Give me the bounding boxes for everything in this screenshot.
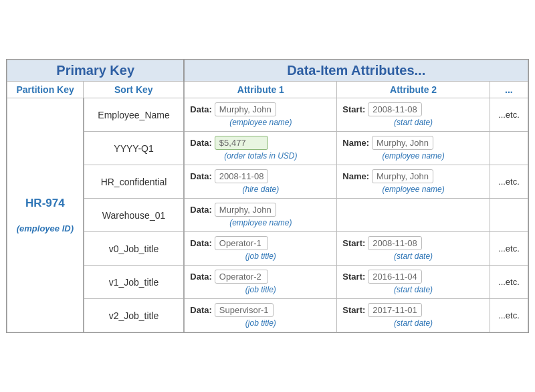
subheader-sort-key: Sort Key: [84, 82, 185, 98]
attr1-value: Murphy, John: [215, 102, 276, 116]
attr2-hint: (start date): [342, 252, 484, 261]
attr2-value: Murphy, John: [372, 136, 433, 150]
subheader-partition-key: Partition Key: [7, 82, 84, 98]
subheader-more: ...: [490, 82, 528, 98]
attr1-label: Data:: [190, 171, 212, 181]
attribute1-cell: Data: Operator-2 (job title): [184, 266, 337, 299]
attr2-label: Name:: [342, 171, 369, 181]
attribute2-cell: Name: Murphy, John (employee name): [337, 132, 490, 165]
attribute1-cell: Data: 2008-11-08 (hire date): [184, 165, 337, 199]
attr1-value: Murphy, John: [215, 203, 276, 217]
attr1-value: $5,477: [215, 136, 268, 150]
sort-key-cell: Warehouse_01: [84, 199, 185, 232]
sort-key-cell: Employee_Name: [84, 98, 185, 132]
partition-key-cell: HR-974(employee ID): [7, 98, 84, 332]
attribute1-cell: Data: Murphy, John (employee name): [184, 98, 337, 132]
attr2-value: 2008-11-08: [368, 236, 422, 250]
attr1-hint: (hire date): [190, 185, 331, 194]
attr1-hint: (employee name): [190, 218, 331, 227]
ellipsis-cell: [490, 132, 528, 165]
partition-key-value: HR-974: [11, 197, 79, 210]
attr1-hint: (job title): [190, 252, 331, 261]
ellipsis-cell: ...etc.: [490, 299, 528, 332]
sort-key-cell: v0_Job_title: [84, 232, 185, 266]
attr2-hint: (employee name): [342, 151, 484, 161]
attr1-label: Data:: [190, 205, 212, 215]
attr2-hint: (employee name): [342, 185, 484, 194]
attr1-label: Data:: [190, 238, 212, 248]
ellipsis-cell: ...etc.: [490, 266, 528, 299]
attr2-value: 2016-11-04: [368, 270, 422, 284]
attr1-hint: (job title): [190, 318, 331, 328]
attr1-hint: (order totals in USD): [190, 151, 331, 161]
attr2-hint: (start date): [342, 285, 484, 294]
attribute2-cell: Name: Murphy, John (employee name): [337, 165, 490, 199]
attribute1-cell: Data: Supervisor-1 (job title): [184, 299, 337, 332]
attribute2-cell: [337, 199, 490, 232]
attr2-value: 2008-11-08: [368, 102, 422, 116]
attribute2-cell: Start: 2008-11-08 (start date): [337, 98, 490, 132]
main-table-wrapper: Primary Key Data-Item Attributes... Part…: [6, 59, 529, 333]
attr1-label: Data:: [190, 272, 212, 282]
subheader-attribute2: Attribute 2: [337, 82, 490, 98]
sort-key-cell: v1_Job_title: [84, 266, 185, 299]
attr1-value: Supervisor-1: [215, 303, 274, 317]
header-primary-key: Primary Key: [7, 60, 185, 82]
attr1-value: Operator-2: [215, 270, 268, 284]
header-data-item: Data-Item Attributes...: [184, 60, 528, 82]
attribute2-cell: Start: 2008-11-08 (start date): [337, 232, 490, 266]
ellipsis-cell: [490, 199, 528, 232]
attr2-label: Start:: [342, 104, 365, 114]
sort-key-cell: YYYY-Q1: [84, 132, 185, 165]
attr1-label: Data:: [190, 305, 212, 315]
dynamodb-table: Primary Key Data-Item Attributes... Part…: [7, 60, 528, 332]
attribute1-cell: Data: Operator-1 (job title): [184, 232, 337, 266]
attribute1-cell: Data: $5,477 (order totals in USD): [184, 132, 337, 165]
ellipsis-cell: ...etc.: [490, 232, 528, 266]
attr1-value: Operator-1: [215, 236, 268, 250]
ellipsis-cell: ...etc.: [490, 165, 528, 199]
attr1-value: 2008-11-08: [215, 169, 269, 183]
sort-key-cell: v2_Job_title: [84, 299, 185, 332]
attribute2-cell: Start: 2016-11-04 (start date): [337, 266, 490, 299]
attr2-value: 2017-11-01: [368, 303, 422, 317]
subheader-attribute1: Attribute 1: [184, 82, 337, 98]
attribute2-cell: Start: 2017-11-01 (start date): [337, 299, 490, 332]
attr2-value: Murphy, John: [372, 169, 433, 183]
partition-key-hint: (employee ID): [17, 223, 74, 233]
attr2-hint: (start date): [342, 318, 484, 328]
attr2-label: Start:: [342, 305, 365, 315]
attr2-label: Start:: [342, 272, 365, 282]
attr1-hint: (employee name): [190, 118, 331, 127]
attribute1-cell: Data: Murphy, John (employee name): [184, 199, 337, 232]
ellipsis-cell: ...etc.: [490, 98, 528, 132]
attr1-label: Data:: [190, 138, 212, 148]
attr2-label: Name:: [342, 138, 369, 148]
attr2-hint: (start date): [342, 118, 484, 127]
attr1-hint: (job title): [190, 285, 331, 294]
sort-key-cell: HR_confidential: [84, 165, 185, 199]
attr2-label: Start:: [342, 238, 365, 248]
attr1-label: Data:: [190, 104, 212, 114]
